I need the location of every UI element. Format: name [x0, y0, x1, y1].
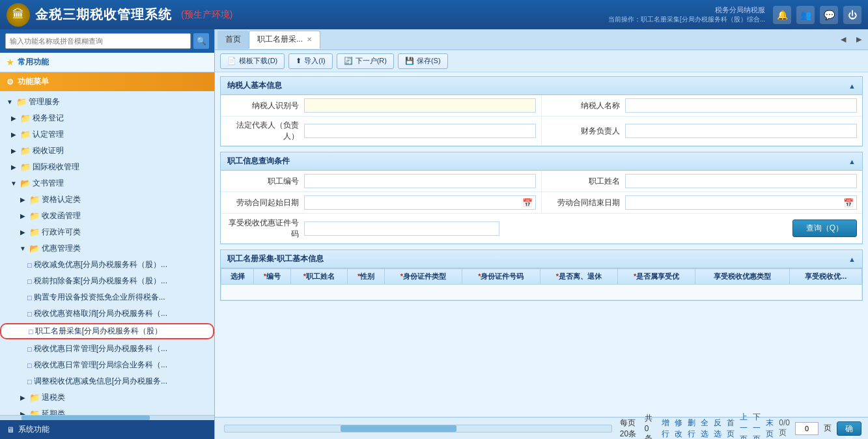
page-icon-equipment-invest: □ — [27, 294, 32, 302]
action-select-all[interactable]: 全选 — [701, 418, 708, 440]
tab-home[interactable]: 首页 — [217, 31, 249, 49]
expander-intl-tax: ▶ — [9, 163, 18, 172]
tab-close-icon[interactable]: ✕ — [307, 36, 312, 43]
col-select: 选择 — [221, 269, 254, 285]
tab-bar: 首页 职工名册采... ✕ ◀ ▶ — [215, 29, 868, 50]
tab-home-label: 首页 — [225, 34, 241, 45]
tab-employee-roster[interactable]: 职工名册采... ✕ — [249, 31, 320, 49]
page-input[interactable] — [795, 422, 819, 435]
tree-row-extension[interactable]: ▶ 📁 延期类 — [0, 407, 214, 415]
tree-row-letter-mgmt[interactable]: ▶ 📁 收发函管理 — [0, 209, 214, 223]
calendar-icon-end[interactable]: 📅 — [843, 198, 854, 208]
tree-row-tax-reg[interactable]: ▶ 📁 税务登记 — [0, 111, 214, 125]
query-btn[interactable]: 查询（Q） — [792, 220, 857, 237]
tree-row-management-services[interactable]: ▼ 📁 管理服务 — [0, 95, 214, 109]
tree-label-tax-reg: 税务登记 — [33, 113, 210, 124]
sidebar-common-functions[interactable]: ★ 常用功能 — [0, 53, 214, 72]
tree-row-refund[interactable]: ▶ 📁 退税类 — [0, 391, 214, 404]
action-last-page[interactable]: 末页 — [766, 418, 774, 440]
table-body — [221, 285, 862, 300]
page-icon-adjust-pref: □ — [27, 378, 32, 386]
page-icon-daily-pref2: □ — [27, 361, 32, 369]
tree-row-doc-mgmt[interactable]: ▼ 📂 文书管理 — [0, 177, 214, 190]
tree-item-preference-mgmt: ▼ 📂 优惠管理类 — [0, 240, 214, 257]
tree-row-tax-cert[interactable]: ▶ 📁 税收证明 — [0, 144, 214, 158]
action-delete-row[interactable]: 删行 — [688, 418, 695, 440]
bell-icon-btn[interactable]: 🔔 — [773, 6, 791, 24]
folder-icon-letter-mgmt: 📁 — [29, 211, 40, 221]
search-button[interactable]: 🔍 — [193, 33, 209, 49]
tree-row-admin-permit[interactable]: ▶ 📁 行政许可类 — [0, 225, 214, 239]
legal-rep-input[interactable] — [304, 124, 536, 138]
template-icon: 📄 — [227, 57, 236, 65]
emp-name-input[interactable] — [625, 174, 858, 188]
finance-head-input[interactable] — [625, 124, 858, 138]
common-functions-label: 常用功能 — [18, 57, 49, 68]
taxpayer-id-label: 纳税人识别号 — [226, 100, 304, 111]
tree-label-daily-pref2: 税收优惠日常管理[分局综合业务科（... — [34, 360, 210, 371]
tree-row-qualification[interactable]: ▶ 📁 资格认定类 — [0, 193, 214, 206]
tree-row-daily-pref2[interactable]: □ 税收优惠日常管理[分局综合业务科（... — [0, 358, 214, 372]
folder-icon-extension: 📁 — [29, 409, 40, 415]
sidebar-system-functions[interactable]: 🖥 系统功能 — [0, 420, 214, 439]
tree-item-doc-mgmt: ▼ 📂 文书管理 — [0, 175, 214, 191]
action-invert-select[interactable]: 反选 — [714, 418, 721, 440]
contract-start-input[interactable]: 📅 — [304, 195, 536, 210]
action-next-page[interactable]: 下一页 — [753, 412, 761, 439]
tree-row-recognition[interactable]: ▶ 📁 认定管理 — [0, 128, 214, 141]
action-first-page[interactable]: 首页 — [727, 418, 735, 440]
template-download-btn[interactable]: 📄 模板下载(D) — [220, 53, 285, 69]
folder-icon-tax-reg: 📁 — [20, 113, 31, 123]
tree-row-pre-deduction[interactable]: □ 税前扣除备案[分局办税服务科（股）... — [0, 274, 214, 288]
save-btn[interactable]: 💾 保存(S) — [398, 53, 448, 69]
tree-row-intl-tax[interactable]: ▶ 📁 国际税收管理 — [0, 160, 214, 174]
tree-row-cancel-preference[interactable]: □ 税收优惠资格取消[分局办税服务科（... — [0, 307, 214, 320]
col-emp-name: *职工姓名 — [290, 269, 348, 285]
logo-icon: 🏛 — [7, 3, 30, 27]
horizontal-scrollbar[interactable] — [224, 425, 612, 432]
next-user-btn[interactable]: 🔄 下一户(R) — [337, 53, 394, 69]
import-btn[interactable]: ⬆ 导入(I) — [288, 53, 332, 69]
tab-next-btn[interactable]: ▶ — [852, 33, 865, 46]
chat-icon-btn[interactable]: 💬 — [820, 6, 838, 24]
users-icon-btn[interactable]: 👥 — [796, 6, 815, 24]
tree-label-qualification: 资格认定类 — [42, 194, 210, 205]
taxpayer-info-title: 纳税人基本信息 — [227, 80, 282, 91]
tree-row-equipment-invest[interactable]: □ 购置专用设备投资抵免企业所得税备... — [0, 290, 214, 304]
employee-query-collapse-btn[interactable]: ▲ — [848, 158, 856, 165]
header-right: 税务分局纳税服 当前操作：职工名册采集[分局办税服务科（股）综合... 🔔 👥 … — [608, 5, 861, 24]
tab-prev-btn[interactable]: ◀ — [837, 33, 850, 46]
taxpayer-collapse-btn[interactable]: ▲ — [848, 82, 856, 90]
action-modify[interactable]: 修改 — [675, 418, 682, 440]
tree-item-employee-roster: □ 职工名册采集[分局办税服务科（股） — [0, 322, 214, 341]
emp-num-input[interactable] — [304, 174, 536, 188]
taxpayer-name-input[interactable] — [625, 98, 858, 113]
taxpayer-id-input[interactable] — [304, 98, 536, 113]
empty-row-1 — [221, 285, 862, 300]
search-input[interactable] — [5, 33, 191, 49]
tree-row-adjust-pref[interactable]: □ 调整税收优惠减免信息[分局办税服务... — [0, 375, 214, 388]
tree-row-employee-roster[interactable]: □ 职工名册采集[分局办税服务科（股） — [0, 323, 214, 339]
tree-item-tax-reg: ▶ 📁 税务登记 — [0, 110, 214, 126]
preference-cert-input[interactable] — [304, 221, 499, 236]
action-prev-page[interactable]: 上一页 — [740, 412, 748, 439]
finance-head-label: 财务负责人 — [547, 126, 625, 137]
calendar-icon-start[interactable]: 📅 — [522, 198, 533, 208]
tree-item-tax-cert: ▶ 📁 税收证明 — [0, 143, 214, 159]
col-pref-enjoy: *是否属享受优 — [617, 269, 695, 285]
folder-icon-qualification: 📁 — [29, 195, 40, 205]
tree-row-preference-mgmt[interactable]: ▼ 📂 优惠管理类 — [0, 242, 214, 255]
sidebar-scrollbar[interactable] — [0, 415, 214, 420]
tree-row-daily-pref1[interactable]: □ 税收优惠日常管理[分局办税服务科（... — [0, 342, 214, 356]
action-add-row[interactable]: 增行 — [662, 418, 669, 440]
folder-icon-doc-mgmt: 📂 — [20, 178, 31, 188]
confirm-btn[interactable]: 确定 — [837, 421, 861, 436]
expander-preference-mgmt: ▼ — [18, 244, 27, 253]
power-icon-btn[interactable]: ⏻ — [843, 6, 861, 24]
contract-end-input[interactable]: 📅 — [625, 195, 858, 210]
tree-row-tax-reduction[interactable]: □ 税收减免优惠[分局办税服务科（股）... — [0, 258, 214, 272]
sidebar-function-menu[interactable]: ⚙ 功能菜单 — [0, 72, 214, 91]
employee-table-collapse-btn[interactable]: ▲ — [848, 255, 856, 263]
tree-item-admin-permit: ▶ 📁 行政许可类 — [0, 224, 214, 240]
folder-icon: 📁 — [16, 97, 27, 107]
